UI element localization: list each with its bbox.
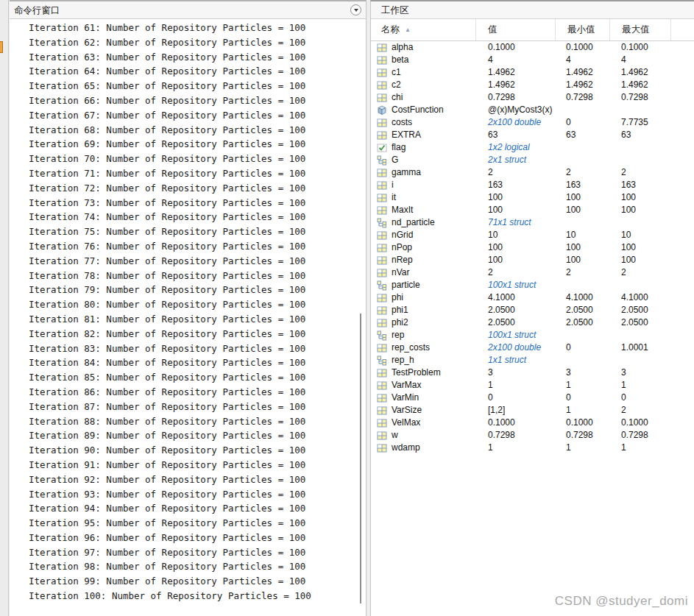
command-output-line: Iteration 61: Number of Repository Parti… — [29, 21, 358, 35]
variable-value: 2x1 struct — [476, 154, 556, 166]
workspace-variable-row[interactable]: EXTRA 63 63 63 — [371, 129, 694, 141]
variable-max: 4 — [610, 54, 671, 66]
numeric-variable-icon — [377, 193, 387, 203]
variable-value: 1 — [476, 442, 556, 454]
workspace-variable-row[interactable]: G 2x1 struct — [371, 154, 694, 166]
docked-panel-edge — [0, 0, 9, 616]
variable-value: 2 — [476, 266, 556, 279]
command-output-line: Iteration 95: Number of Repository Parti… — [29, 516, 358, 531]
command-output-line: Iteration 94: Number of Repository Parti… — [29, 501, 358, 516]
variable-name: w — [387, 429, 398, 442]
column-header-min[interactable]: 最小值 — [556, 19, 610, 40]
variable-min: 1.4962 — [556, 66, 610, 79]
workspace-variable-row[interactable]: costs 2x100 double 0 7.7735 — [371, 116, 694, 129]
variable-min: 0 — [556, 116, 610, 129]
variable-name: i — [387, 179, 394, 191]
workspace-variable-row[interactable]: rep_h 1x1 struct — [371, 354, 694, 367]
variable-name: EXTRA — [387, 129, 421, 141]
variable-max — [610, 279, 671, 291]
command-output-line: Iteration 62: Number of Repository Parti… — [29, 35, 358, 50]
command-output-line: Iteration 98: Number of Repository Parti… — [29, 559, 358, 574]
variable-max — [610, 329, 671, 341]
workspace-variable-row[interactable]: nRep 100 100 100 — [371, 254, 694, 266]
command-output-line: Iteration 74: Number of Repository Parti… — [29, 210, 358, 224]
workspace-variable-row[interactable]: nPop 100 100 100 — [371, 241, 694, 254]
variable-min: 2.0500 — [556, 316, 610, 329]
variable-min: 0 — [556, 341, 610, 354]
workspace-variable-row[interactable]: rep_costs 2x100 double 0 1.0001 — [371, 341, 694, 354]
command-output-line: Iteration 70: Number of Repository Parti… — [29, 152, 358, 166]
struct-variable-icon — [377, 355, 387, 366]
command-window-titlebar: 命令行窗口 — [10, 1, 366, 19]
variable-value: 100 — [476, 241, 556, 254]
column-header-name[interactable]: 名称▲ — [371, 19, 476, 40]
variable-value: 1 — [476, 379, 556, 392]
workspace-variable-row[interactable]: MaxIt 100 100 100 — [371, 204, 694, 216]
workspace-variable-row[interactable]: beta 4 4 4 — [371, 54, 694, 66]
workspace-variable-row[interactable]: w 0.7298 0.7298 0.7298 — [371, 429, 694, 442]
command-output-line: Iteration 77: Number of Repository Parti… — [29, 254, 358, 269]
workspace-variable-row[interactable]: c2 1.4962 1.4962 1.4962 — [371, 79, 694, 91]
column-header-max[interactable]: 最大值 — [610, 19, 671, 40]
variable-min: 0.7298 — [556, 429, 610, 442]
variable-value: 4 — [476, 54, 556, 66]
variable-value: 100x1 struct — [476, 329, 556, 341]
variable-max: 2 — [610, 266, 671, 279]
variable-value: 2 — [476, 166, 556, 179]
variable-min: 63 — [556, 129, 610, 141]
workspace-variable-row[interactable]: phi 4.1000 4.1000 4.1000 — [371, 291, 694, 304]
variable-value: [1,2] — [476, 404, 556, 417]
variable-min — [556, 141, 610, 154]
numeric-variable-icon — [377, 255, 387, 266]
variable-min: 100 — [556, 254, 610, 266]
workspace-variable-row[interactable]: nGrid 10 10 10 — [371, 229, 694, 241]
workspace-variable-row[interactable]: phi1 2.0500 2.0500 2.0500 — [371, 304, 694, 316]
workspace-variable-row[interactable]: rep 100x1 struct — [371, 329, 694, 341]
workspace-variable-row[interactable]: VarMax 1 1 1 — [371, 379, 694, 392]
variable-name: particle — [387, 279, 420, 291]
variable-name: CostFunction — [387, 104, 444, 116]
panel-menu-icon[interactable] — [350, 4, 361, 15]
workspace-variable-row[interactable]: gamma 2 2 2 — [371, 166, 694, 179]
workspace-variable-row[interactable]: VarMin 0 0 0 — [371, 392, 694, 404]
workspace-variable-row[interactable]: VarSize [1,2] 1 2 — [371, 404, 694, 417]
numeric-variable-icon — [377, 380, 387, 391]
workspace-variable-row[interactable]: chi 0.7298 0.7298 0.7298 — [371, 91, 694, 104]
variable-max: 1.4962 — [610, 66, 671, 79]
workspace-variable-list: alpha 0.1000 0.1000 0.1000 — [371, 41, 694, 454]
column-header-value[interactable]: 值 — [476, 19, 556, 40]
command-output-line: Iteration 97: Number of Repository Parti… — [29, 545, 358, 560]
workspace-variable-row[interactable]: c1 1.4962 1.4962 1.4962 — [371, 66, 694, 79]
workspace-variable-row[interactable]: flag 1x2 logical — [371, 141, 694, 154]
variable-name: VarMin — [387, 392, 419, 404]
command-prompt-row[interactable]: fx>> — [13, 603, 358, 615]
workspace-variable-row[interactable]: alpha 0.1000 0.1000 0.1000 — [371, 41, 694, 54]
workspace-variable-row[interactable]: it 100 100 100 — [371, 191, 694, 204]
workspace-variable-row[interactable]: i 163 163 163 — [371, 179, 694, 191]
workspace-variable-row[interactable]: nVar 2 2 2 — [371, 266, 694, 279]
command-output-line: Iteration 63: Number of Repository Parti… — [29, 50, 358, 65]
command-window-scrollbar[interactable] — [360, 314, 361, 603]
workspace-variable-row[interactable]: phi2 2.0500 2.0500 2.0500 — [371, 316, 694, 329]
command-output[interactable]: Iteration 61: Number of Repository Parti… — [10, 20, 358, 616]
workspace-variable-row[interactable]: wdamp 1 1 1 — [371, 442, 694, 454]
workspace-variable-row[interactable]: VelMax 0.1000 0.1000 0.1000 — [371, 417, 694, 429]
variable-min: 1 — [556, 379, 610, 392]
variable-min: 1 — [556, 404, 610, 417]
variable-max: 2 — [610, 166, 671, 179]
variable-name: phi2 — [387, 316, 408, 329]
command-output-line: Iteration 80: Number of Repository Parti… — [29, 297, 358, 312]
variable-max: 0.1000 — [610, 41, 671, 54]
variable-value: 163 — [476, 179, 556, 191]
variable-name: nd_particle — [387, 216, 435, 229]
workspace-variable-row[interactable]: TestProblem 3 3 3 — [371, 367, 694, 379]
variable-value: 10 — [476, 229, 556, 241]
variable-max: 2.0500 — [610, 316, 671, 329]
workspace-variable-row[interactable]: CostFunction @(x)MyCost3(x) — [371, 104, 694, 116]
variable-name: G — [387, 154, 398, 166]
variable-name: TestProblem — [387, 367, 441, 379]
workspace-variable-row[interactable]: nd_particle 71x1 struct — [371, 216, 694, 229]
workspace-variable-row[interactable]: particle 100x1 struct — [371, 279, 694, 291]
variable-min — [556, 279, 610, 291]
variable-min: 4 — [556, 54, 610, 66]
